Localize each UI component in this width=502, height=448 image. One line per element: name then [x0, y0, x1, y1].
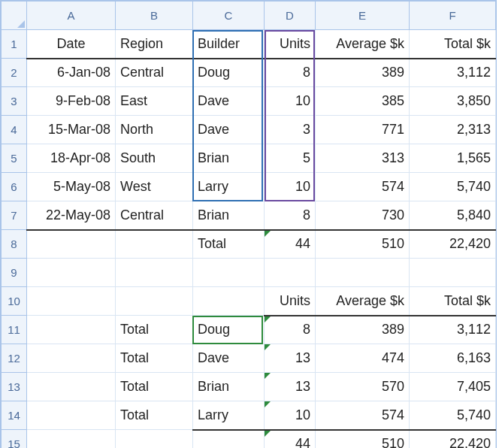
cell-D12[interactable]: 13: [265, 344, 316, 373]
cell-A11[interactable]: [27, 316, 116, 344]
row-header-1[interactable]: 1: [2, 30, 27, 59]
col-header-D[interactable]: D: [265, 2, 316, 30]
cell-F13[interactable]: 7,405: [410, 373, 496, 401]
col-header-A[interactable]: A: [27, 2, 116, 30]
cell-F3[interactable]: 3,850: [410, 87, 496, 116]
cell-E15[interactable]: 510: [316, 430, 410, 449]
cell-C9[interactable]: [193, 259, 265, 287]
cell-B1[interactable]: Region: [116, 30, 193, 59]
cell-D8[interactable]: 44: [265, 230, 316, 259]
cell-C11[interactable]: Doug: [193, 316, 265, 344]
cell-A14[interactable]: [27, 401, 116, 430]
cell-C4[interactable]: Dave: [193, 116, 265, 144]
cell-C2[interactable]: Doug: [193, 59, 265, 87]
cell-F10[interactable]: Total $k: [410, 287, 496, 316]
row-header-3[interactable]: 3: [2, 87, 27, 116]
row-header-8[interactable]: 8: [2, 230, 27, 259]
cell-B15[interactable]: [116, 430, 193, 449]
cell-E11[interactable]: 389: [316, 316, 410, 344]
row-header-12[interactable]: 12: [2, 344, 27, 373]
col-header-E[interactable]: E: [316, 2, 410, 30]
cell-C14[interactable]: Larry: [193, 401, 265, 430]
cell-F4[interactable]: 2,313: [410, 116, 496, 144]
cell-C15[interactable]: [193, 430, 265, 449]
cell-A1[interactable]: Date: [27, 30, 116, 59]
cell-E7[interactable]: 730: [316, 201, 410, 230]
cell-C3[interactable]: Dave: [193, 87, 265, 116]
cell-C7[interactable]: Brian: [193, 201, 265, 230]
cell-A2[interactable]: 6-Jan-08: [27, 59, 116, 87]
cell-B4[interactable]: North: [116, 116, 193, 144]
cell-D6[interactable]: 10: [265, 173, 316, 201]
cell-C13[interactable]: Brian: [193, 373, 265, 401]
select-all-corner[interactable]: [2, 2, 27, 30]
row-header-11[interactable]: 11: [2, 316, 27, 344]
cell-B9[interactable]: [116, 259, 193, 287]
cell-D9[interactable]: [265, 259, 316, 287]
col-header-B[interactable]: B: [116, 2, 193, 30]
cell-F6[interactable]: 5,740: [410, 173, 496, 201]
cell-C6[interactable]: Larry: [193, 173, 265, 201]
cell-B5[interactable]: South: [116, 144, 193, 173]
row-header-5[interactable]: 5: [2, 144, 27, 173]
row-header-13[interactable]: 13: [2, 373, 27, 401]
cell-D4[interactable]: 3: [265, 116, 316, 144]
col-header-F[interactable]: F: [410, 2, 496, 30]
cell-D13[interactable]: 13: [265, 373, 316, 401]
cell-B12[interactable]: Total: [116, 344, 193, 373]
cell-A4[interactable]: 15-Mar-08: [27, 116, 116, 144]
cell-C5[interactable]: Brian: [193, 144, 265, 173]
row-header-9[interactable]: 9: [2, 259, 27, 287]
cell-E5[interactable]: 313: [316, 144, 410, 173]
row-header-10[interactable]: 10: [2, 287, 27, 316]
cell-F1[interactable]: Total $k: [410, 30, 496, 59]
cell-D2[interactable]: 8: [265, 59, 316, 87]
cell-E12[interactable]: 474: [316, 344, 410, 373]
cell-D3[interactable]: 10: [265, 87, 316, 116]
cell-C8[interactable]: Total: [193, 230, 265, 259]
cell-A6[interactable]: 5-May-08: [27, 173, 116, 201]
cell-B14[interactable]: Total: [116, 401, 193, 430]
cell-E10[interactable]: Average $k: [316, 287, 410, 316]
cell-D5[interactable]: 5: [265, 144, 316, 173]
col-header-C[interactable]: C: [193, 2, 265, 30]
cell-F14[interactable]: 5,740: [410, 401, 496, 430]
cell-E14[interactable]: 574: [316, 401, 410, 430]
cell-F8[interactable]: 22,420: [410, 230, 496, 259]
cell-C10[interactable]: [193, 287, 265, 316]
cell-D1[interactable]: Units: [265, 30, 316, 59]
cell-A13[interactable]: [27, 373, 116, 401]
row-header-7[interactable]: 7: [2, 201, 27, 230]
cell-B8[interactable]: [116, 230, 193, 259]
cell-F15[interactable]: 22,420: [410, 430, 496, 449]
cell-A10[interactable]: [27, 287, 116, 316]
cell-B6[interactable]: West: [116, 173, 193, 201]
cell-E3[interactable]: 385: [316, 87, 410, 116]
cell-D14[interactable]: 10: [265, 401, 316, 430]
cell-D7[interactable]: 8: [265, 201, 316, 230]
row-header-15[interactable]: 15: [2, 430, 27, 449]
row-header-4[interactable]: 4: [2, 116, 27, 144]
cell-F7[interactable]: 5,840: [410, 201, 496, 230]
cell-E2[interactable]: 389: [316, 59, 410, 87]
cell-F5[interactable]: 1,565: [410, 144, 496, 173]
row-header-2[interactable]: 2: [2, 59, 27, 87]
cell-E4[interactable]: 771: [316, 116, 410, 144]
cell-A8[interactable]: [27, 230, 116, 259]
cell-F12[interactable]: 6,163: [410, 344, 496, 373]
cell-E9[interactable]: [316, 259, 410, 287]
cell-E13[interactable]: 570: [316, 373, 410, 401]
cell-C1[interactable]: Builder: [193, 30, 265, 59]
cell-B11[interactable]: Total: [116, 316, 193, 344]
cell-B10[interactable]: [116, 287, 193, 316]
row-header-6[interactable]: 6: [2, 173, 27, 201]
cell-E1[interactable]: Average $k: [316, 30, 410, 59]
cell-C12[interactable]: Dave: [193, 344, 265, 373]
cell-F2[interactable]: 3,112: [410, 59, 496, 87]
cell-E8[interactable]: 510: [316, 230, 410, 259]
cell-A3[interactable]: 9-Feb-08: [27, 87, 116, 116]
row-header-14[interactable]: 14: [2, 401, 27, 430]
spreadsheet-grid[interactable]: A B C D E F 1 Date Region Builder Units …: [0, 0, 497, 448]
cell-A5[interactable]: 18-Apr-08: [27, 144, 116, 173]
cell-D15[interactable]: 44: [265, 430, 316, 449]
